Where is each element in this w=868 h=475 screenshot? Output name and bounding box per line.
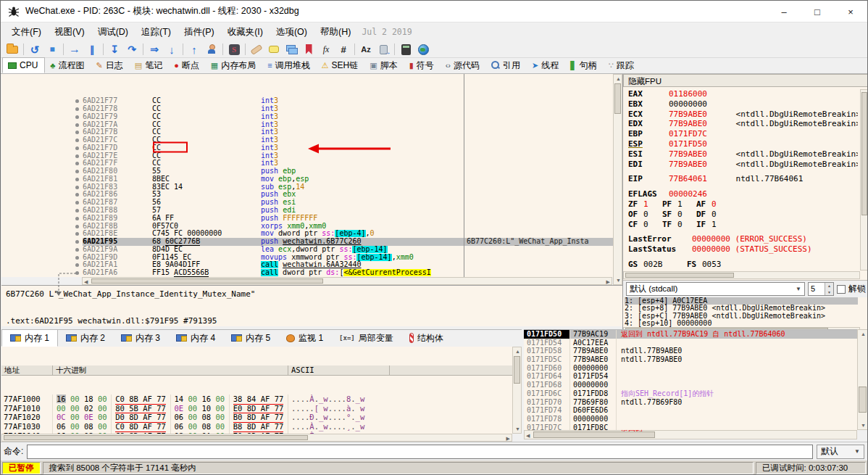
argument-list[interactable]: 1: [esp+4] A0C17EEA2: [esp+8] 77B9ABE0 <…	[625, 297, 858, 327]
stack-row[interactable]: 0171FD5077B9AC19返回到 ntdll.77B9AC19 自 ntd…	[524, 330, 857, 339]
stack-row[interactable]: 0171FD6800000000	[524, 381, 857, 389]
unlock-checkbox[interactable]	[837, 285, 846, 294]
stack-row[interactable]: 0171FD74D60FE6D6	[524, 406, 857, 415]
stack-vscrollbar[interactable]: ▲ ▼	[857, 329, 868, 430]
disasm-row[interactable]: 6AD21F896A FFpush FFFFFFFF	[1, 215, 613, 223]
stack-row[interactable]: 0171FD54A0C17EEA	[524, 339, 857, 347]
registers-vscrollbar[interactable]	[860, 89, 868, 270]
tab-调用堆栈[interactable]: ≡调用堆栈	[262, 57, 316, 73]
register-row[interactable]: LastStatus00000000 (STATUS_SUCCESS)	[628, 244, 858, 255]
flag-TF[interactable]: TF0	[662, 220, 688, 230]
register-row[interactable]: CF0TF0IF1	[628, 220, 858, 230]
argument-row[interactable]: 2: [esp+8] 77B9ABE0 <ntdll.DbgUiRemoteBr…	[625, 305, 858, 312]
tab-线程[interactable]: ➤线程	[527, 57, 565, 73]
open-file-icon[interactable]	[4, 42, 21, 57]
dump-vscrollbar[interactable]: ▲ ▼	[512, 347, 522, 434]
assembler-icon[interactable]: Az	[357, 42, 375, 57]
register-row[interactable]: ZF1PF1AF0	[628, 199, 858, 210]
disasm-vscrollbar[interactable]: ▲ ▼	[613, 74, 622, 285]
tab-符号[interactable]: ▮符号	[404, 57, 441, 73]
register-row[interactable]: EIP77B64061 ntdll.77B64061	[628, 174, 858, 184]
restart-icon[interactable]: ↺	[26, 42, 43, 57]
memory-dump-pane[interactable]: 地址 十六进制 ASCII 77AF100016 00 18 00C0 8B A…	[1, 347, 512, 436]
menu-item-5[interactable]: 收藏夹(I)	[221, 23, 270, 41]
minimize-button[interactable]: –	[767, 1, 801, 22]
tab-结构体[interactable]: 结构体	[401, 329, 451, 347]
tab-内存 1[interactable]: 内存 1	[1, 329, 58, 347]
run-to-user-code-icon[interactable]: ↑	[185, 42, 203, 57]
step-into-user-icon[interactable]	[203, 42, 220, 57]
register-row[interactable]: EAX01186000	[628, 89, 858, 99]
register-row[interactable]: EFLAGS00000246	[628, 189, 858, 199]
argument-count-stepper[interactable]: 5 ▲▼	[808, 282, 834, 296]
register-row[interactable]: EDI77B9ABE0 <ntdll.DbgUiRemoteBreakin>	[628, 160, 858, 170]
menu-item-3[interactable]: 追踪(T)	[135, 23, 178, 41]
step-into-icon[interactable]: ↧	[106, 42, 123, 57]
register-row[interactable]: ESI77B9ABE0 <ntdll.DbgUiRemoteBreakin>	[628, 149, 858, 160]
stop-icon[interactable]: ■	[43, 42, 61, 57]
menu-item-1[interactable]: 视图(V)	[48, 23, 91, 41]
dump-row[interactable]: 77AF10200C 00 0E 00D0 8D AF 7706 00 08 0…	[1, 413, 512, 422]
menu-item-7[interactable]: 帮助(H)	[314, 23, 357, 41]
flag-CF[interactable]: CF0	[628, 220, 654, 230]
flag-IF[interactable]: IF1	[696, 220, 722, 230]
registers-hscrollbar[interactable]	[623, 271, 860, 279]
tab-引用[interactable]: 引用	[486, 57, 527, 73]
stack-row[interactable]: 0171FD6C0171FDD8指向SEH_Record[1]的指针	[524, 389, 857, 398]
pause-icon[interactable]: ∥	[83, 42, 101, 57]
menu-item-2[interactable]: 调试(D)	[91, 23, 135, 41]
register-row[interactable]: EDX77B9ABE0 <ntdll.DbgUiRemoteBreakin>	[628, 119, 858, 129]
stack-row[interactable]: 0171FD7800000000	[524, 415, 857, 424]
dump-row[interactable]: 77AF101000 00 02 0080 5B AF 770E 00 10 0…	[1, 404, 512, 413]
tab-内存 5[interactable]: 内存 5	[223, 329, 278, 347]
hide-fpu-button[interactable]: 隐藏FPU	[623, 74, 868, 87]
tab-监视 1[interactable]: 监视 1	[278, 329, 331, 347]
stack-row[interactable]: 0171FD6000000000	[524, 364, 857, 373]
tab-脚本[interactable]: ▣脚本	[364, 57, 404, 73]
tab-笔记[interactable]: ▤笔记	[130, 57, 169, 73]
stack-row[interactable]: 0171FD5C77B9ABE0ntdll.77B9ABE0	[524, 355, 857, 364]
calculator-icon[interactable]	[397, 42, 414, 57]
run-icon[interactable]: →	[66, 42, 83, 57]
comments-icon[interactable]	[265, 42, 283, 57]
register-row[interactable]: ECX77B9ABE0 <ntdll.DbgUiRemoteBreakin>	[628, 110, 858, 120]
tab-内存 4[interactable]: 内存 4	[168, 329, 223, 347]
argument-row[interactable]: 4: [esp+10] 00000000	[625, 320, 858, 327]
step-over-icon[interactable]: ↷	[123, 42, 141, 57]
internet-icon[interactable]	[414, 42, 432, 57]
tab-源代码[interactable]: ‹›源代码	[441, 57, 486, 73]
stack-row[interactable]: 0171FD640171FD54	[524, 372, 857, 381]
attach-icon[interactable]	[375, 42, 392, 57]
menu-item-0[interactable]: 文件(F)	[5, 23, 48, 41]
calling-convention-select[interactable]: 默认 (stdcall) ▼	[626, 282, 805, 296]
tab-内存 3[interactable]: 内存 3	[113, 329, 168, 347]
flag-PF[interactable]: PF1	[662, 199, 688, 210]
stack-row[interactable]: 0171FD5877B9ABE0ntdll.77B9ABE0	[524, 347, 857, 355]
flag-SF[interactable]: SF0	[662, 210, 688, 220]
flag-ZF[interactable]: ZF1	[628, 199, 654, 210]
register-list[interactable]: EAX01186000EBX00000000ECX77B9ABE0 <ntdll…	[628, 89, 858, 270]
strings-icon[interactable]: S	[225, 42, 243, 57]
register-row[interactable]: EBX00000000	[628, 99, 858, 110]
register-row[interactable]: ESP0171FD50	[628, 139, 858, 149]
menu-item-4[interactable]: 插件(P)	[178, 23, 221, 41]
tab-内存布局[interactable]: ▦内存布局	[206, 57, 262, 73]
tab-断点[interactable]: ●断点	[169, 57, 206, 73]
labels-icon[interactable]	[283, 42, 300, 57]
menu-item-6[interactable]: 选项(O)	[270, 23, 314, 41]
tab-CPU[interactable]: CPU	[2, 57, 45, 73]
flag-GS[interactable]: GS002B	[628, 260, 678, 270]
close-button[interactable]: ×	[834, 1, 867, 22]
command-input[interactable]	[27, 445, 813, 459]
register-row[interactable]: OF0SF0DF0	[628, 210, 858, 220]
disasm-hscrollbar[interactable]: ◀ ▶	[82, 277, 612, 285]
tab-跟踪[interactable]: ∵跟踪	[604, 57, 640, 73]
flag-FS[interactable]: FS0053	[687, 260, 737, 270]
tab-日志[interactable]: ✎日志	[91, 57, 130, 73]
register-row[interactable]: LastError00000000 (ERROR_SUCCESS)	[628, 234, 858, 244]
stack-pane[interactable]: 0171FD5077B9AC19返回到 ntdll.77B9AC19 自 ntd…	[524, 329, 857, 431]
register-row[interactable]: EBP0171FD7C	[628, 129, 858, 139]
flag-AF[interactable]: AF0	[696, 199, 722, 210]
tab-SEH链[interactable]: ⚠SEH链	[317, 57, 365, 73]
dump-hscrollbar[interactable]: ▶	[1, 434, 512, 442]
